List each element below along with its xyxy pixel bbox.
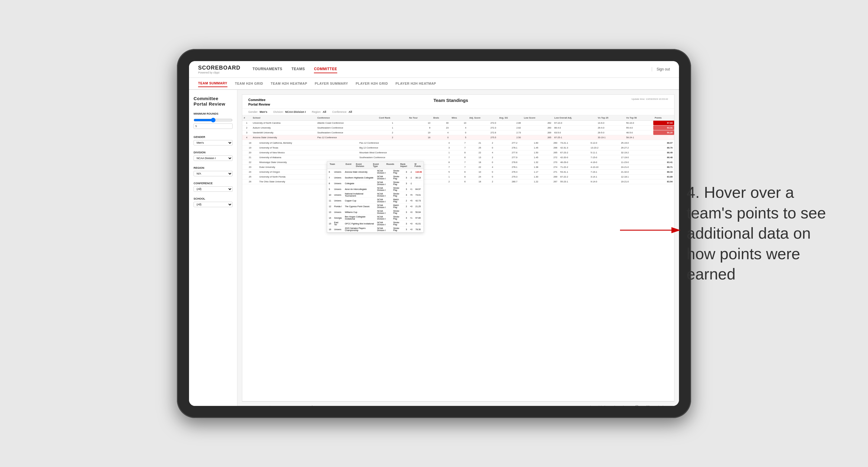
table-row[interactable]: 19 University of Texas Big 12 Conference… xyxy=(242,145,674,150)
logo: SCOREBOARD xyxy=(198,65,241,71)
tab-team-h2h-heatmap[interactable]: TEAM H2H HEATMAP xyxy=(271,80,307,87)
division-filter-label: Division: xyxy=(273,111,284,114)
fullscreen-button[interactable]: ⛶ xyxy=(645,404,651,406)
refresh-button[interactable]: ↻ xyxy=(268,404,274,406)
list-item: 9UniversAmer An IntercollegiateNCAA Divi… xyxy=(327,186,424,192)
min-rounds-input[interactable] xyxy=(193,123,232,129)
list-item: 7UniversSouthern Highlands CollegiateNCA… xyxy=(327,175,424,181)
eye-icon: 👁 xyxy=(613,405,616,406)
tab-player-h2h-heatmap[interactable]: PLAYER H2H HEATMAP xyxy=(396,80,436,87)
nav-tournaments[interactable]: TOURNAMENTS xyxy=(252,65,282,73)
sidebar-conference-label: Conference xyxy=(193,182,232,185)
top-nav: SCOREBOARD Powered by clippi TOURNAMENTS… xyxy=(189,61,679,78)
region-filter: Region: All xyxy=(312,111,326,114)
filter-button[interactable]: ≡ xyxy=(300,404,305,406)
tab-team-summary[interactable]: TEAM SUMMARY xyxy=(198,80,227,87)
paste-button[interactable]: ⊡ xyxy=(289,404,295,406)
conference-filter-label: Conference: xyxy=(332,111,347,114)
gender-filter-label: Gender: xyxy=(248,111,258,114)
gender-select[interactable]: Men's Women's xyxy=(193,140,232,146)
list-item: 13UniversWilliams CupNCAA Division IStro… xyxy=(327,209,424,215)
list-item: 15East TerOFCC Fighting Illini Invitatio… xyxy=(327,221,424,226)
table-row[interactable]: 3 Vanderbilt University Southeastern Con… xyxy=(242,130,674,135)
table-row[interactable]: 21 University of Alabama Southeastern Co… xyxy=(242,155,674,160)
undo-button[interactable]: ↩ xyxy=(247,404,252,406)
col-avg-sg: Avg. SG xyxy=(497,115,522,121)
table-row[interactable]: 25 University of North Florida ASUN Conf… xyxy=(242,174,674,179)
division-filter-value: NCAA Division I xyxy=(285,111,306,114)
col-points: Points xyxy=(653,115,674,121)
list-item: 12Florida IThe Cypress Point ClassicNCAA… xyxy=(327,204,424,209)
region-filter-label: Region: xyxy=(312,111,321,114)
svg-marker-1 xyxy=(672,227,681,233)
tooltip-wpoints-col: W Points xyxy=(415,163,421,167)
table-row[interactable]: 18 University of California, Berkeley Pa… xyxy=(242,141,674,146)
col-conference: Conference xyxy=(316,115,377,121)
tab-player-h2h-grid[interactable]: PLAYER H2H GRID xyxy=(356,80,388,87)
sidebar-gender-label: Gender xyxy=(193,135,232,138)
sidebar-title-section: Committee Portal Review xyxy=(193,96,232,107)
watch-button[interactable]: 👁 Watch ▾ xyxy=(612,404,629,406)
table-row[interactable]: 20 University of New Mexico Mountain Wes… xyxy=(242,150,674,155)
tablet-screen: SCOREBOARD Powered by clippi TOURNAMENTS… xyxy=(189,61,679,406)
division-select[interactable]: NCAA Division I NCAA Division II NCAA Di… xyxy=(193,155,232,161)
tablet-bezel: SCOREBOARD Powered by clippi TOURNAMENTS… xyxy=(177,49,691,418)
list-item: 14GeorgiaBen Hogan Collegiate Invitation… xyxy=(327,215,424,221)
school-select[interactable]: (All) xyxy=(193,202,232,207)
tooltip-team-col: Team xyxy=(330,163,335,167)
col-adj-score: Adj. Score xyxy=(468,115,498,121)
table-row-highlighted[interactable]: 4 Arizona State University Pac-12 Confer… xyxy=(242,135,674,140)
tooltip-rounds-col: Rounds xyxy=(386,163,394,167)
gender-filter-value: Men's xyxy=(260,111,267,114)
list-item: 8UniversCollegiateNCAA Division IStroke … xyxy=(327,181,424,186)
sign-out-button[interactable]: Sign out xyxy=(652,67,670,71)
chevron-down-icon: ▾ xyxy=(625,405,627,406)
standings-table: # School Conference Conf Rank No Tour Bn… xyxy=(242,115,674,140)
share-button[interactable]: ⬆ Share xyxy=(656,404,670,406)
report-title-area: Team Standings xyxy=(433,98,468,103)
col-no-tour: No Tour xyxy=(408,115,432,121)
sidebar-division: Division NCAA Division I NCAA Division I… xyxy=(193,151,232,161)
table-row[interactable]: 24 University of Oregon Pac-12 Conferenc… xyxy=(242,169,674,174)
copy-button[interactable]: ⊞ xyxy=(278,404,284,406)
table-row[interactable]: 1 University of North Carolina Atlantic … xyxy=(242,120,674,125)
bottom-toolbar: ↩ ↪ ↻ ⊞ ⊡ ≡ ⏱ View: Original 👁 Watch ▾ xyxy=(242,401,675,406)
list-item: 10UniversNational Invitational Tournamen… xyxy=(327,192,424,198)
col-low-score: Low Score xyxy=(522,115,553,121)
col-low-overall: Low Overall Adj. xyxy=(553,115,596,121)
region-select[interactable]: N/A All xyxy=(193,171,232,176)
table-row[interactable]: 2 Auburn University Southeastern Confere… xyxy=(242,125,674,130)
list-item: 11UniversCopper CupNCAA Division IMatch … xyxy=(327,198,424,204)
report-container: CommitteePortal Review Team Standings Up… xyxy=(242,94,675,401)
tooltip-header: Team Event Event Division Event Type Rou… xyxy=(327,161,424,169)
conference-filter: Conference: All xyxy=(332,111,352,114)
division-filter: Division: NCAA Division I xyxy=(273,111,306,114)
table-row[interactable]: 26 The Ohio State University Big Ten Con… xyxy=(242,179,674,184)
standings-table-lower: 18 University of California, Berkeley Pa… xyxy=(242,141,674,184)
comment-button[interactable]: 💬 xyxy=(633,404,640,406)
sidebar-division-label: Division xyxy=(193,151,232,154)
nav-committee[interactable]: COMMITTEE xyxy=(314,65,337,73)
sidebar: Committee Portal Review Minimum Rounds G… xyxy=(189,90,238,406)
clock-button[interactable]: ⏱ xyxy=(309,404,315,406)
sidebar-region: Region N/A All xyxy=(193,166,232,176)
list-item: 6UniversArizona State UniversityNCAA Div… xyxy=(327,169,424,175)
table-row[interactable]: 23 Duke University Atlantic Coast Confer… xyxy=(242,164,674,169)
col-school: School xyxy=(251,115,316,121)
sidebar-min-rounds-label: Minimum Rounds xyxy=(193,112,232,115)
table-row[interactable]: 22 Mississippi State University Southeas… xyxy=(242,160,674,164)
tab-player-summary[interactable]: PLAYER SUMMARY xyxy=(315,80,348,87)
view-original-button[interactable]: View: Original xyxy=(586,404,607,406)
nav-teams[interactable]: TEAMS xyxy=(291,65,305,73)
outer-wrapper: SCOREBOARD Powered by clippi TOURNAMENTS… xyxy=(0,0,868,467)
update-time-area: Update time: 13/03/2024 10:03:42 xyxy=(631,98,668,100)
tab-team-h2h-grid[interactable]: TEAM H2H GRID xyxy=(235,80,263,87)
conference-select[interactable]: (All) xyxy=(193,186,232,192)
share-icon: ⬆ xyxy=(657,405,660,406)
redo-button[interactable]: ↪ xyxy=(257,404,263,406)
col-conf-rank: Conf Rank xyxy=(377,115,408,121)
min-rounds-slider[interactable] xyxy=(193,118,232,123)
region-filter-value: All xyxy=(323,111,326,114)
main-content: Committee Portal Review Minimum Rounds G… xyxy=(189,90,679,406)
tooltip-event-col: Event xyxy=(346,163,351,167)
